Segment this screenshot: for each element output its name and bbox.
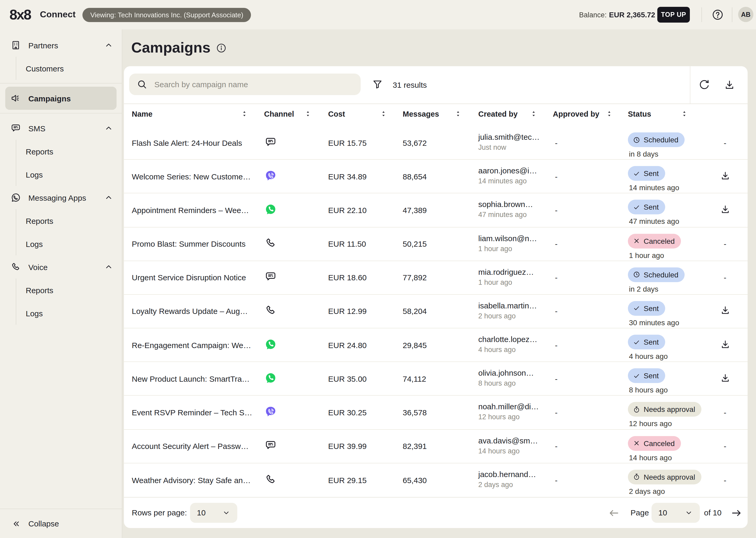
sidebar-item-voice-logs[interactable]: Logs <box>16 301 122 325</box>
collapse-button[interactable]: Collapse <box>0 509 122 538</box>
status-cell: Sent30 minutes ago <box>628 301 679 327</box>
column-header-name[interactable]: Name <box>132 110 153 118</box>
previous-page-button[interactable] <box>608 507 620 519</box>
clock-icon <box>633 271 640 279</box>
status-detail: 12 hours ago <box>629 419 701 428</box>
help-icon[interactable] <box>711 8 724 21</box>
next-page-button[interactable] <box>730 507 742 519</box>
status-label: Sent <box>644 169 659 178</box>
whatsapp-outline-icon <box>11 192 21 203</box>
column-header-approved-by[interactable]: Approved by <box>553 110 599 118</box>
sidebar-sublist-sms: ReportsLogs <box>16 140 122 186</box>
sort-control-status[interactable] <box>681 110 688 118</box>
table-row[interactable]: Event RSVP Reminder – Tech S…EUR 30.2536… <box>124 396 748 430</box>
column-header-status[interactable]: Status <box>628 110 651 118</box>
campaign-name: New Product Launch: SmartTra… <box>132 374 250 383</box>
top-up-button[interactable]: TOP UP <box>657 7 690 23</box>
campaign-name: Appointment Reminders – Wee… <box>132 206 249 215</box>
main-content: Campaigns 31 results NameChannelCostMess… <box>122 29 756 538</box>
filter-icon[interactable] <box>372 79 383 90</box>
table-row[interactable]: New Product Launch: SmartTra…EUR 35.0074… <box>124 362 748 396</box>
search-box[interactable] <box>129 74 361 95</box>
status-cell: Sent4 hours ago <box>628 335 668 360</box>
sidebar-item-label: Voice <box>28 262 48 271</box>
page-select[interactable]: 10 <box>651 503 700 523</box>
messages-cell: 50,215 <box>403 239 427 248</box>
status-label: Needs approval <box>644 473 695 481</box>
column-header-cost[interactable]: Cost <box>328 110 345 118</box>
export-button[interactable] <box>724 79 735 91</box>
table-row[interactable]: Appointment Reminders – Wee…EUR 22.1047,… <box>124 193 748 227</box>
created-by-email: mia.rodriguez… <box>478 267 534 276</box>
row-download-button[interactable] <box>720 372 731 384</box>
column-header-created-by[interactable]: Created by <box>478 110 518 118</box>
info-icon[interactable] <box>216 42 227 53</box>
row-download-button[interactable] <box>720 339 731 350</box>
column-header-messages[interactable]: Messages <box>403 110 439 118</box>
created-by-cell: jacob.hernand…2 days ago <box>478 469 536 488</box>
sort-control-approved-by[interactable] <box>605 110 613 118</box>
check-icon <box>633 304 640 312</box>
created-by-time: 1 hour ago <box>478 244 537 252</box>
created-by-cell: charlotte.lopez…4 hours ago <box>478 335 537 353</box>
approved-by-cell: - <box>555 307 557 316</box>
row-download-button[interactable] <box>720 204 731 215</box>
viewing-context-badge: Viewing: Tech Innovations Inc. (Support … <box>82 8 251 22</box>
sort-control-messages[interactable] <box>454 110 462 118</box>
sidebar-item-voice-reports[interactable]: Reports <box>16 279 122 301</box>
table-row[interactable]: Re-Engagement Campaign: We…EUR 24.8029,8… <box>124 328 748 362</box>
sidebar-item-messaging-apps[interactable]: Messaging Apps <box>0 186 122 209</box>
sidebar-item-sms[interactable]: SMS <box>0 117 122 140</box>
created-by-email: jacob.hernand… <box>478 469 536 478</box>
sidebar-item-campaigns[interactable]: Campaigns <box>5 87 117 110</box>
refresh-button[interactable] <box>698 79 710 91</box>
created-by-time: 4 hours ago <box>478 346 537 353</box>
sort-control-name[interactable] <box>240 110 248 118</box>
sms-channel-icon <box>264 439 277 451</box>
status-detail: 8 hours ago <box>629 386 668 394</box>
row-download-button[interactable] <box>720 305 731 316</box>
voice-channel-icon <box>264 304 277 317</box>
status-cell: Scheduledin 2 days <box>628 267 685 293</box>
search-input[interactable] <box>153 79 353 89</box>
sidebar-item-partners[interactable]: Partners <box>0 34 122 57</box>
table-row[interactable]: Weather Advisory: Stay Safe an…EUR 29.15… <box>124 463 748 497</box>
x-icon <box>633 237 640 245</box>
sidebar-item-messaging-apps-logs[interactable]: Logs <box>16 232 122 255</box>
cost-cell: EUR 18.60 <box>328 273 367 282</box>
created-by-cell: mia.rodriguez…1 hour ago <box>478 267 534 286</box>
sort-control-cost[interactable] <box>380 110 388 118</box>
sidebar-item-partners-customers[interactable]: Customers <box>16 57 122 80</box>
whatsapp-channel-icon <box>264 338 277 350</box>
table-row[interactable]: Promo Blast: Summer DiscountsEUR 11.5050… <box>124 227 748 261</box>
status-badge: Sent <box>628 301 665 316</box>
table-row[interactable]: Welcome Series: New Custome…EUR 34.8988,… <box>124 160 748 193</box>
created-by-time: 12 hours ago <box>478 413 539 421</box>
sidebar-item-messaging-apps-reports[interactable]: Reports <box>16 209 122 232</box>
table-row[interactable]: Flash Sale Alert: 24-Hour DealsEUR 15.75… <box>124 126 748 160</box>
sort-icon <box>605 110 613 118</box>
column-header-channel[interactable]: Channel <box>264 110 294 118</box>
sidebar-item-sms-logs[interactable]: Logs <box>16 163 122 186</box>
table-row[interactable]: Loyalty Rewards Update – Aug…EUR 12.9958… <box>124 295 748 328</box>
page-value: 10 <box>658 508 667 517</box>
table-row[interactable]: Urgent Service Disruption NoticeEUR 18.6… <box>124 261 748 295</box>
created-by-time: Just now <box>478 143 540 151</box>
sidebar-item-voice[interactable]: Voice <box>0 255 122 279</box>
avatar[interactable]: AB <box>738 7 753 22</box>
8x8-logo: 8x8 <box>10 7 31 23</box>
approved-by-cell: - <box>555 408 557 417</box>
sidebar-item-sms-reports[interactable]: Reports <box>16 140 122 163</box>
sort-control-channel[interactable] <box>304 110 312 118</box>
row-download-button[interactable] <box>720 170 731 181</box>
chat-bubble-icon <box>11 123 21 134</box>
status-detail: in 2 days <box>629 285 685 293</box>
sort-control-created-by[interactable] <box>530 110 538 118</box>
building-icon <box>11 40 21 50</box>
cost-cell: EUR 34.89 <box>328 172 367 181</box>
table-toolbar: 31 results <box>124 66 748 104</box>
row-action-cell <box>718 339 732 351</box>
table-row[interactable]: Account Security Alert – Passw…EUR 39.99… <box>124 430 748 463</box>
approved-by-cell: - <box>555 206 557 215</box>
rows-per-page-select[interactable]: 10 <box>190 503 237 523</box>
